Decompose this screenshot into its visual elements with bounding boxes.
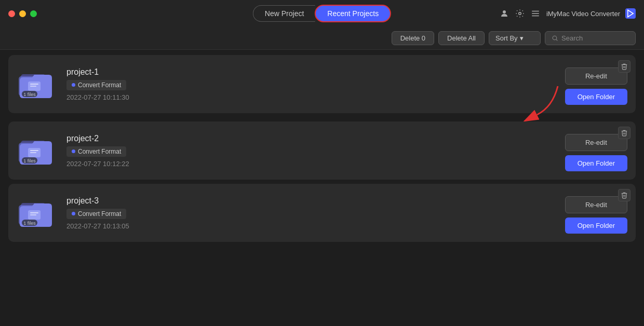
- svg-text:1 files: 1 files: [23, 92, 36, 97]
- project-card: 1 files project-2 Convert Format 2022-07…: [8, 121, 636, 180]
- titlebar-right: iMyMac Video Converter: [499, 8, 636, 19]
- search-icon: [552, 35, 558, 42]
- close-button[interactable]: [8, 10, 15, 17]
- project-info: project-3 Convert Format 2022-07-27 10:1…: [66, 196, 557, 230]
- action-buttons: Re-edit Open Folder: [565, 134, 627, 171]
- project-name: project-3: [66, 196, 557, 206]
- svg-rect-20: [30, 152, 36, 153]
- project-card: 1 files project-1 Convert Format 2022-07…: [8, 55, 636, 113]
- project-name: project-2: [66, 134, 557, 143]
- badge-dot: [72, 150, 75, 153]
- svg-text:1 files: 1 files: [23, 221, 36, 226]
- project-date: 2022-07-27 10:13:05: [66, 222, 557, 230]
- delete-all-button[interactable]: Delete All: [438, 31, 485, 45]
- open-folder-button[interactable]: Open Folder: [565, 89, 627, 105]
- project-name: project-1: [66, 67, 557, 77]
- convert-badge: Convert Format: [66, 146, 126, 157]
- search-box[interactable]: [545, 31, 636, 45]
- sort-by-dropdown[interactable]: Sort By ▾: [489, 31, 541, 45]
- chevron-down-icon: ▾: [520, 34, 524, 42]
- project-card: 1 files project-3 Convert Format 2022-07…: [8, 184, 636, 242]
- svg-rect-26: [30, 212, 38, 213]
- recent-projects-button[interactable]: Recent Projects: [315, 5, 391, 22]
- project-info: project-2 Convert Format 2022-07-27 10:1…: [66, 134, 557, 168]
- folder-icon: 1 files: [17, 132, 58, 169]
- svg-text:1 files: 1 files: [23, 158, 36, 164]
- projects-list: 1 files project-1 Convert Format 2022-07…: [0, 50, 644, 326]
- folder-icon: 1 files: [17, 66, 58, 102]
- project-date: 2022-07-27 10:11:30: [66, 93, 557, 101]
- badge-label: Convert Format: [78, 82, 121, 89]
- svg-rect-27: [30, 214, 36, 215]
- project-date: 2022-07-27 10:12:22: [66, 160, 557, 168]
- svg-marker-5: [628, 10, 634, 17]
- svg-rect-11: [30, 84, 38, 85]
- badge-label: Convert Format: [78, 210, 121, 218]
- action-buttons: Re-edit Open Folder: [565, 196, 627, 234]
- open-folder-button[interactable]: Open Folder: [565, 155, 627, 171]
- open-folder-button[interactable]: Open Folder: [565, 218, 627, 234]
- badge-dot: [72, 83, 75, 87]
- svg-point-6: [553, 36, 557, 40]
- delete-project-button[interactable]: [618, 60, 630, 73]
- project-info: project-1 Convert Format 2022-07-27 10:1…: [66, 67, 557, 101]
- convert-badge: Convert Format: [66, 80, 126, 90]
- delete-project-button[interactable]: [618, 189, 630, 201]
- delete-project-button[interactable]: [618, 127, 630, 139]
- minimize-button[interactable]: [19, 10, 26, 17]
- badge-label: Convert Format: [78, 148, 121, 155]
- search-input[interactable]: [561, 34, 629, 42]
- new-project-button[interactable]: New Project: [253, 5, 315, 22]
- maximize-button[interactable]: [30, 10, 37, 17]
- delete-count-button[interactable]: Delete 0: [392, 31, 434, 45]
- titlebar-icons: [499, 8, 541, 19]
- nav-buttons: New Project Recent Projects: [253, 5, 391, 22]
- badge-dot: [72, 212, 75, 215]
- folder-icon: 1 files: [17, 195, 58, 231]
- menu-icon[interactable]: [530, 8, 541, 19]
- person-icon[interactable]: [499, 8, 510, 19]
- svg-rect-12: [30, 86, 36, 87]
- svg-line-7: [556, 39, 557, 40]
- titlebar: New Project Recent Projects iMyMac Video…: [0, 0, 644, 27]
- action-buttons: Re-edit Open Folder: [565, 67, 627, 105]
- svg-rect-19: [30, 150, 38, 151]
- app-name-label: iMyMac Video Converter: [546, 10, 620, 18]
- gear-icon[interactable]: [514, 8, 526, 19]
- svg-point-1: [519, 12, 521, 15]
- convert-badge: Convert Format: [66, 209, 126, 219]
- app-icon: [625, 8, 636, 19]
- svg-point-0: [503, 10, 506, 13]
- toolbar: Delete 0 Delete All Sort By ▾: [0, 27, 644, 50]
- titlebar-left: [8, 10, 37, 17]
